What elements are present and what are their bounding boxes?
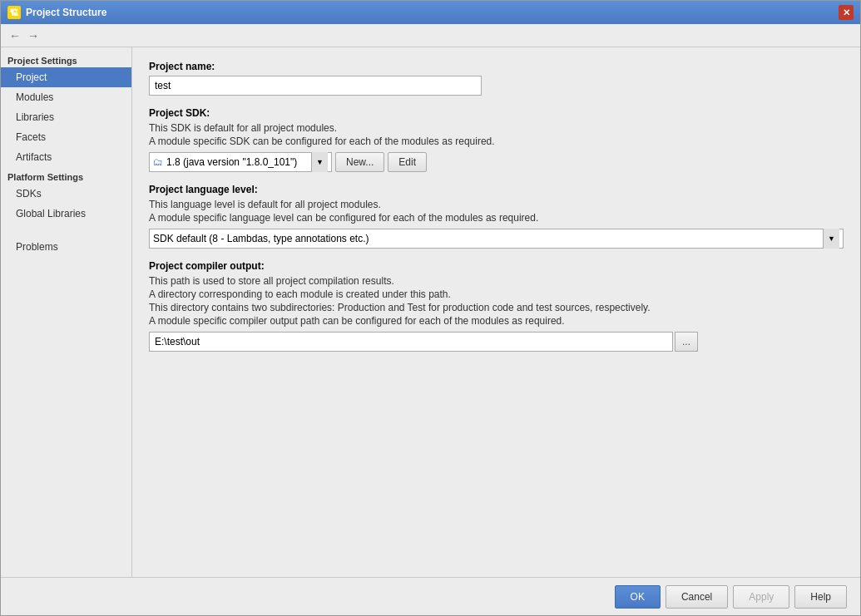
title-bar: 🏗 Project Structure ✕ [1,1,860,24]
sdk-dropdown-arrow[interactable]: ▼ [311,152,328,172]
project-structure-window: 🏗 Project Structure ✕ ← → Project Settin… [0,0,861,616]
compiler-heading: Project compiler output: [149,260,844,272]
sidebar-item-problems[interactable]: Problems [1,237,131,257]
sdk-new-button[interactable]: New... [335,152,384,172]
main-panel: Project name: Project SDK: This SDK is d… [132,47,860,577]
compiler-desc2: A directory corresponding to each module… [149,288,844,300]
sidebar-item-artifacts[interactable]: Artifacts [1,147,131,167]
sdk-desc1: This SDK is default for all project modu… [149,122,844,134]
back-button[interactable]: ← [6,27,24,45]
browse-button[interactable]: ... [675,332,698,352]
language-selector[interactable]: SDK default (8 - Lambdas, type annotatio… [149,229,844,249]
compiler-output-input[interactable] [149,332,673,352]
sdk-row: 🗂 1.8 (java version "1.8.0_101") ▼ New..… [149,152,844,172]
sidebar-item-sdks[interactable]: SDKs [1,184,131,204]
sdk-value: 1.8 (java version "1.8.0_101") [166,156,311,168]
sidebar-item-project[interactable]: Project [1,67,131,87]
sidebar: Project Settings Project Modules Librari… [1,47,132,577]
compiler-desc3: This directory contains two subdirectori… [149,302,844,313]
apply-button[interactable]: Apply [733,585,789,609]
sdk-desc2: A module specific SDK can be configured … [149,136,844,147]
project-settings-heading: Project Settings [1,51,131,67]
platform-settings-heading: Platform Settings [1,167,131,184]
forward-icon: → [27,29,39,42]
language-desc1: This language level is default for all p… [149,199,844,210]
language-heading: Project language level: [149,184,844,195]
language-value: SDK default (8 - Lambdas, type annotatio… [153,233,823,244]
forward-button[interactable]: → [24,27,42,45]
compiler-desc1: This path is used to store all project c… [149,275,844,287]
ok-button[interactable]: OK [615,585,661,609]
sidebar-item-libraries[interactable]: Libraries [1,107,131,127]
compiler-desc4: A module specific compiler output path c… [149,315,844,327]
toolbar: ← → [1,24,860,47]
cancel-button[interactable]: Cancel [666,585,728,609]
compiler-output-row: ... [149,332,844,352]
window-title: Project Structure [26,7,839,18]
window-icon: 🏗 [7,6,21,19]
language-dropdown-arrow[interactable]: ▼ [823,229,839,249]
help-button[interactable]: Help [794,585,847,609]
sdk-icon: 🗂 [153,156,163,168]
sidebar-item-global-libraries[interactable]: Global Libraries [1,204,131,224]
language-desc2: A module specific language level can be … [149,212,844,224]
sidebar-item-facets[interactable]: Facets [1,127,131,147]
footer: OK Cancel Apply Help [1,577,860,615]
sidebar-item-modules[interactable]: Modules [1,87,131,107]
sdk-heading: Project SDK: [149,107,844,119]
back-icon: ← [9,29,21,42]
project-name-label: Project name: [149,61,844,72]
sdk-edit-button[interactable]: Edit [388,152,427,172]
project-name-input[interactable] [149,76,482,96]
close-button[interactable]: ✕ [839,5,854,20]
sdk-selector[interactable]: 🗂 1.8 (java version "1.8.0_101") ▼ [149,152,332,172]
main-content: Project Settings Project Modules Librari… [1,47,860,577]
